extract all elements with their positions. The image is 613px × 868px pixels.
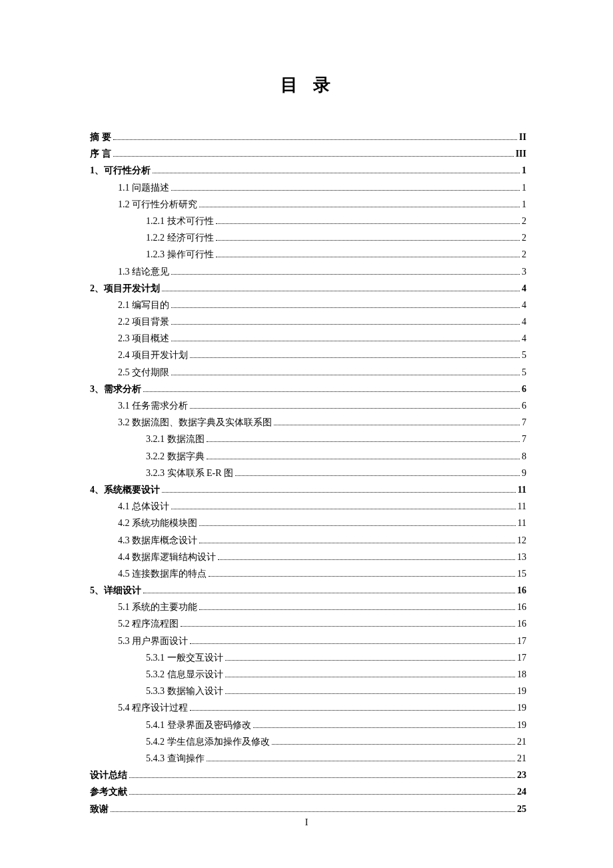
toc-entry: 3.2 数据流图、数据字典及实体联系图7 <box>90 414 526 431</box>
toc-entry: 1.2 可行性分析研究1 <box>90 196 526 213</box>
toc-leader-dots <box>216 240 520 241</box>
toc-entry-label: 3.2 数据流图、数据字典及实体联系图 <box>118 414 272 431</box>
toc-entry-page: 11 <box>518 498 526 515</box>
toc-entry-label: 3、需求分析 <box>90 381 141 397</box>
toc-leader-dots <box>143 593 515 593</box>
toc-entry: 致谢25 <box>90 801 526 817</box>
toc-entry-label: 5.4.2 学生信息添加操作及修改 <box>146 733 270 750</box>
toc-entry-label: 2.4 项目开发计划 <box>118 347 188 363</box>
toc-entry-label: 1.3 结论意见 <box>118 263 169 280</box>
toc-entry: 2.2 项目背景4 <box>90 313 526 330</box>
toc-leader-dots <box>171 341 520 341</box>
toc-entry: 4.5 连接数据库的特点15 <box>90 565 526 582</box>
toc-entry: 2.3 项目概述4 <box>90 330 526 347</box>
toc-entry: 1、可行性分析1 <box>90 162 526 179</box>
toc-entry-label: 5.3 用户界面设计 <box>118 633 188 649</box>
toc-entry-label: 3.1 任务需求分析 <box>118 397 188 414</box>
toc-entry: 2、项目开发计划4 <box>90 280 526 297</box>
toc-entry-page: 15 <box>517 565 526 582</box>
toc-entry: 4.3 数据库概念设计12 <box>90 532 526 549</box>
toc-entry-label: 1.2.3 操作可行性 <box>146 246 214 263</box>
document-page: 目 录 摘 要II序 言III1、可行性分析11.1 问题描述11.2 可行性分… <box>0 0 613 817</box>
toc-leader-dots <box>216 257 520 257</box>
toc-entry-label: 4.1 总体设计 <box>118 498 169 515</box>
toc-entry-page: 7 <box>522 414 526 431</box>
toc-entry: 5.4.3 查询操作21 <box>90 750 526 767</box>
toc-leader-dots <box>190 710 515 711</box>
toc-leader-dots <box>171 190 520 191</box>
toc-entry-label: 1.1 问题描述 <box>118 179 169 196</box>
toc-leader-dots <box>181 626 515 627</box>
toc-leader-dots <box>274 425 520 425</box>
toc-entry-label: 4.2 系统功能模块图 <box>118 515 197 531</box>
toc-entry-label: 摘 要 <box>90 129 111 145</box>
toc-leader-dots <box>218 559 515 560</box>
toc-entry-page: 4 <box>522 313 526 330</box>
toc-entry-label: 5.3.3 数据输入设计 <box>146 683 223 699</box>
toc-entry-page: 2 <box>522 246 526 263</box>
toc-entry-page: 9 <box>522 465 526 481</box>
toc-entry-page: 21 <box>517 733 526 750</box>
toc-entry-page: 19 <box>517 683 526 699</box>
toc-entry-label: 5.2 程序流程图 <box>118 615 179 632</box>
toc-entry-page: 11 <box>518 481 526 498</box>
toc-entry-page: 21 <box>517 750 526 767</box>
toc-leader-dots <box>225 693 516 694</box>
toc-entry: 3、需求分析6 <box>90 381 526 397</box>
toc-entry-page: 5 <box>522 347 526 363</box>
toc-entry-label: 3.2.2 数据字典 <box>146 448 205 465</box>
toc-entry-label: 3.2.1 数据流图 <box>146 431 205 447</box>
toc-entry: 4.2 系统功能模块图11 <box>90 515 526 531</box>
toc-leader-dots <box>216 223 520 224</box>
table-of-contents: 摘 要II序 言III1、可行性分析11.1 问题描述11.2 可行性分析研究1… <box>90 129 526 817</box>
toc-entry: 1.2.2 经济可行性2 <box>90 229 526 246</box>
toc-leader-dots <box>190 408 520 409</box>
toc-entry-label: 5.4.1 登录界面及密码修改 <box>146 717 251 733</box>
toc-entry-label: 2.5 交付期限 <box>118 364 169 381</box>
toc-entry-label: 4.3 数据库概念设计 <box>118 532 197 549</box>
toc-entry: 摘 要II <box>90 129 526 145</box>
toc-leader-dots <box>207 441 520 442</box>
toc-entry: 4.4 数据库逻辑结构设计13 <box>90 549 526 565</box>
toc-entry-label: 1.2.2 经济可行性 <box>146 229 214 246</box>
toc-leader-dots <box>171 375 520 375</box>
toc-leader-dots <box>207 761 516 761</box>
toc-entry: 5.4 程序设计过程19 <box>90 699 526 716</box>
toc-entry: 设计总结23 <box>90 767 526 783</box>
toc-entry-page: 7 <box>522 431 526 447</box>
toc-entry-label: 5.3.1 一般交互设计 <box>146 649 223 666</box>
toc-entry: 5.1 系统的主要功能16 <box>90 599 526 615</box>
toc-entry-page: 1 <box>522 196 526 213</box>
toc-entry-page: 23 <box>517 767 526 783</box>
toc-entry: 参考文献24 <box>90 783 526 800</box>
toc-entry: 3.2.1 数据流图7 <box>90 431 526 447</box>
toc-entry-page: 13 <box>517 549 526 565</box>
toc-entry-page: III <box>516 145 526 162</box>
toc-entry-label: 3.2.3 实体联系 E-R 图 <box>146 465 233 481</box>
toc-entry: 1.2.3 操作可行性2 <box>90 246 526 263</box>
toc-entry-page: 1 <box>522 179 526 196</box>
toc-entry-page: II <box>519 129 526 145</box>
toc-entry-page: 25 <box>517 801 526 817</box>
toc-entry-label: 2、项目开发计划 <box>90 280 160 297</box>
toc-entry-page: 5 <box>522 364 526 381</box>
toc-entry-label: 致谢 <box>90 801 109 817</box>
toc-leader-dots <box>111 811 515 812</box>
toc-leader-dots <box>225 677 516 677</box>
toc-entry: 5.3.2 信息显示设计18 <box>90 666 526 683</box>
toc-leader-dots <box>129 777 515 778</box>
toc-entry-page: 6 <box>522 381 526 397</box>
toc-entry: 2.4 项目开发计划5 <box>90 347 526 363</box>
toc-leader-dots <box>199 543 515 543</box>
toc-leader-dots <box>162 492 516 493</box>
toc-leader-dots <box>171 274 520 275</box>
toc-leader-dots <box>171 509 516 509</box>
toc-entry: 3.1 任务需求分析6 <box>90 397 526 414</box>
toc-entry-label: 1.2 可行性分析研究 <box>118 196 197 213</box>
toc-entry-page: 6 <box>522 397 526 414</box>
toc-entry: 1.1 问题描述1 <box>90 179 526 196</box>
toc-entry-page: 4 <box>522 297 526 313</box>
toc-entry: 5、详细设计16 <box>90 582 526 599</box>
toc-entry-label: 5.4.3 查询操作 <box>146 750 205 767</box>
page-number-footer: I <box>0 817 613 828</box>
